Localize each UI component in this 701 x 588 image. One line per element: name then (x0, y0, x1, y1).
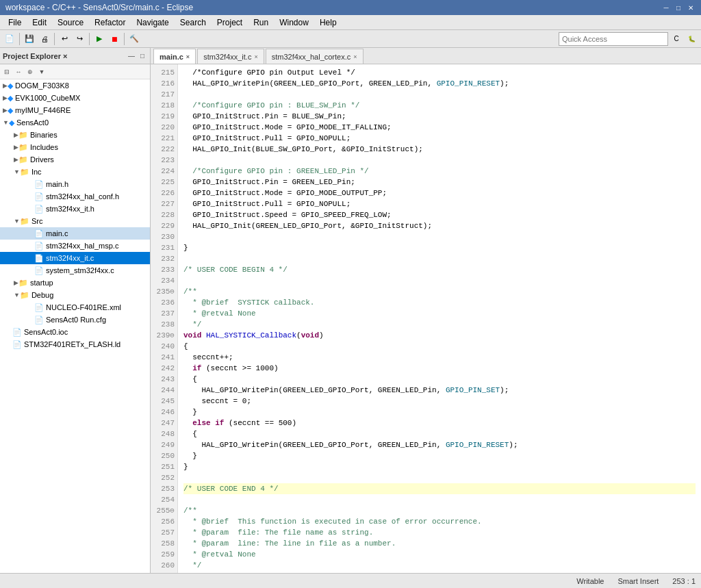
main-layout: Project Explorer × — □ ⊟ ↔ ⊕ ▼ ▶ ◆DOGM_F… (0, 48, 701, 573)
code-editor[interactable]: /*Configure GPIO pin Output Level */ HAL… (178, 64, 701, 573)
tree-item-drivers[interactable]: ▶ 📁Drivers (0, 153, 150, 166)
menu-item-help[interactable]: Help (314, 16, 342, 29)
tree-item-nucleo-f401re-xml[interactable]: 📄NUCLEO-F401RE.xml (0, 301, 150, 314)
menubar: FileEditSourceRefactorNavigateSearchProj… (0, 15, 701, 30)
view-menu-button[interactable]: ▼ (36, 66, 47, 77)
tree-item-binaries[interactable]: ▶ 📁Binaries (0, 129, 150, 141)
link-editor-button[interactable]: ↔ (13, 66, 24, 77)
tree-item-inc[interactable]: ▼ 📁Inc (0, 166, 150, 178)
tree-label: stm32f4xx_hal_msp.c (46, 242, 118, 250)
tree-item-system-stm32f4xx-c[interactable]: 📄system_stm32f4xx.c (0, 264, 150, 277)
menu-item-source[interactable]: Source (52, 16, 89, 29)
tree-item-stm32f4xx-hal-msp-c[interactable]: 📄stm32f4xx_hal_msp.c (0, 240, 150, 252)
status-insert-mode: Smart Insert (617, 577, 659, 585)
tree-label: Src (31, 217, 43, 225)
editor-tabs: main.c ×stm32f4xx_it.c ×stm32f4xx_hal_co… (151, 48, 701, 64)
collapse-all-button[interactable]: ⊟ (1, 66, 12, 77)
menu-item-refactor[interactable]: Refactor (89, 16, 131, 29)
menu-item-search[interactable]: Search (175, 16, 212, 29)
tree-label: SensAct0 (16, 118, 49, 127)
line-numbers: 2152162172182192202212222232242252262272… (151, 64, 178, 573)
tree-label: EVK1000_CubeMX (15, 94, 80, 102)
debug-button[interactable]: ▶ (92, 32, 106, 46)
tree-label: system_stm32f4xx.c (46, 266, 114, 274)
new-button[interactable]: 📄 (3, 32, 16, 46)
tree-label: STM32F401RETx_FLASH.ld (24, 340, 120, 348)
tree-item-sensact0-run-cfg[interactable]: 📄SensAct0 Run.cfg (0, 314, 150, 326)
tree-label: startup (30, 279, 53, 287)
tree-item-debug[interactable]: ▼ 📁Debug (0, 289, 150, 301)
tree-label: main.h (46, 180, 68, 188)
titlebar-title: workspace - C/C++ - SensAct0/Src/main.c … (5, 3, 193, 12)
tree-item-sensact0[interactable]: ▼ ◆SensAct0 (0, 116, 150, 129)
tree-item-src[interactable]: ▼ 📁Src (0, 215, 150, 227)
explorer-toolbar: ⊟ ↔ ⊕ ▼ (0, 64, 150, 79)
tree-label: Binaries (30, 131, 58, 139)
redo-button[interactable]: ↪ (73, 32, 86, 46)
statusbar: Writable Smart Insert 253 : 1 (0, 573, 701, 588)
tree-item-stm32f4xx-it-c[interactable]: 📄stm32f4xx_it.c (0, 252, 150, 264)
tree-item-myimu-f446re[interactable]: ▶ ◆myIMU_F446RE (0, 104, 150, 116)
tab-close-main-c[interactable]: × (186, 53, 190, 60)
quickaccess-input[interactable] (559, 32, 668, 46)
right-panel: main.c ×stm32f4xx_it.c ×stm32f4xx_hal_co… (151, 48, 701, 573)
maximize-button[interactable]: □ (674, 3, 683, 12)
maximize-panel-button[interactable]: □ (138, 51, 147, 61)
main-toolbar: 📄 💾 🖨 ↩ ↪ ▶ ⏹ 🔨 C 🐛 (0, 30, 701, 48)
toolbar-separator-3 (89, 33, 90, 45)
menu-item-edit[interactable]: Edit (27, 16, 52, 29)
editor-area: main.c ×stm32f4xx_it.c ×stm32f4xx_hal_co… (151, 48, 701, 573)
tree-label: SensAct0 Run.cfg (46, 316, 106, 324)
explorer-tree: ▶ ◆DOGM_F303K8▶ ◆EVK1000_CubeMX▶ ◆myIMU_… (0, 79, 150, 573)
menu-item-navigate[interactable]: Navigate (131, 16, 174, 29)
new-button[interactable]: ⊕ (25, 66, 36, 77)
tree-label: DOGM_F303K8 (15, 81, 69, 90)
perspective-c-button[interactable]: C (670, 32, 683, 46)
tree-item-includes[interactable]: ▶ 📁Includes (0, 141, 150, 153)
tree-label: Drivers (30, 155, 54, 164)
tree-item-dogm-f303k8[interactable]: ▶ ◆DOGM_F303K8 (0, 79, 150, 92)
tree-item-stm32f4xx-hal-conf-h[interactable]: 📄stm32f4xx_hal_conf.h (0, 190, 150, 203)
tree-item-startup[interactable]: ▶ 📁startup (0, 277, 150, 289)
editor-content: 2152162172182192202212222232242252262272… (151, 64, 701, 573)
explorer-panel-title: Project Explorer × (3, 52, 67, 60)
tab-close-stm32-hal[interactable]: × (353, 53, 357, 60)
minimize-button[interactable]: ─ (661, 3, 671, 12)
titlebar-controls: ─ □ ✕ (661, 3, 696, 12)
print-button[interactable]: 🖨 (38, 32, 51, 46)
tree-label: main.c (46, 229, 68, 238)
tree-item-sensact0-ioc[interactable]: 📄SensAct0.ioc (0, 326, 150, 338)
toolbar-separator-4 (124, 33, 125, 45)
explorer-header-icons: — □ (127, 51, 147, 61)
stop-button[interactable]: ⏹ (107, 32, 121, 46)
build-button[interactable]: 🔨 (127, 32, 141, 46)
menu-item-file[interactable]: File (3, 16, 27, 29)
tree-item-stm32f4xx-it-h[interactable]: 📄stm32f4xx_it.h (0, 203, 150, 215)
menu-item-window[interactable]: Window (274, 16, 314, 29)
tree-label: stm32f4xx_it.c (46, 254, 94, 262)
tree-label: NUCLEO-F401RE.xml (46, 303, 121, 311)
tree-label: stm32f4xx_it.h (46, 205, 94, 213)
tree-label: Debug (31, 291, 53, 299)
tree-label: Includes (30, 143, 58, 151)
close-button[interactable]: ✕ (686, 3, 696, 12)
menu-item-project[interactable]: Project (212, 16, 248, 29)
toolbar-separator-2 (54, 33, 55, 45)
tree-label: stm32f4xx_hal_conf.h (46, 192, 119, 201)
editor-tab-main-c[interactable]: main.c × (153, 49, 196, 64)
save-button[interactable]: 💾 (23, 32, 36, 46)
editor-tab-stm32-it[interactable]: stm32f4xx_it.c × (197, 49, 264, 64)
tree-item-main-c[interactable]: 📄main.c (0, 227, 150, 240)
titlebar: workspace - C/C++ - SensAct0/Src/main.c … (0, 0, 701, 15)
tree-item-main-h[interactable]: 📄main.h (0, 178, 150, 190)
status-writable: Writable (576, 577, 604, 585)
explorer-header: Project Explorer × — □ (0, 48, 150, 64)
menu-item-run[interactable]: Run (248, 16, 274, 29)
minimize-panel-button[interactable]: — (127, 51, 136, 61)
editor-tab-stm32-hal[interactable]: stm32f4xx_hal_cortex.c × (266, 49, 364, 64)
undo-button[interactable]: ↩ (58, 32, 71, 46)
tree-item-evk1000-cubemx[interactable]: ▶ ◆EVK1000_CubeMX (0, 92, 150, 104)
tree-item-stm32f401retx-flash-ld[interactable]: 📄STM32F401RETx_FLASH.ld (0, 338, 150, 350)
perspective-debug-button[interactable]: 🐛 (685, 32, 698, 46)
tab-close-stm32-it[interactable]: × (254, 53, 257, 60)
